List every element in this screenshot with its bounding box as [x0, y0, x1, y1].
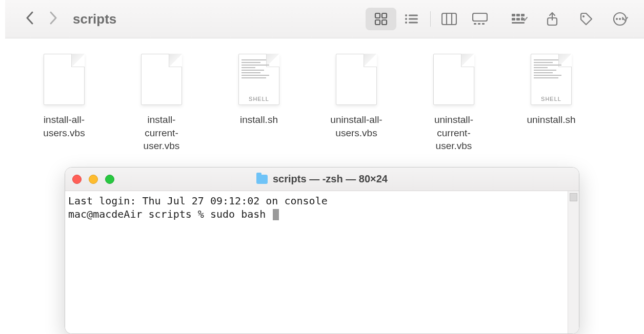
terminal-title: scripts — -zsh — 80×24	[256, 173, 388, 185]
action-menu-button[interactable]	[610, 9, 629, 29]
tags-button[interactable]	[576, 9, 596, 29]
file-icon	[44, 54, 85, 105]
column-view-button[interactable]	[434, 8, 465, 30]
chevron-down-icon	[621, 15, 629, 23]
share-button[interactable]	[542, 9, 562, 29]
svg-rect-15	[478, 23, 480, 25]
svg-point-27	[616, 18, 618, 20]
chevron-down-icon	[521, 15, 528, 23]
file-icon	[433, 54, 474, 105]
svg-rect-10	[442, 13, 456, 25]
file-item[interactable]: uninstall-current-user.vbs	[426, 54, 482, 153]
list-view-button[interactable]	[396, 8, 427, 30]
file-type-badge: SHELL	[531, 96, 572, 102]
finder-window: scripts	[5, 0, 644, 168]
svg-rect-21	[516, 18, 520, 20]
terminal-command: sudo bash	[210, 208, 272, 220]
svg-rect-0	[375, 13, 380, 18]
file-icon	[336, 54, 377, 105]
terminal-titlebar[interactable]: scripts — -zsh — 80×24	[65, 168, 579, 191]
terminal-text[interactable]: Last login: Thu Jul 27 09:12:02 on conso…	[65, 191, 568, 333]
file-label: install.sh	[240, 113, 278, 127]
file-label: install-all-users.vbs	[36, 113, 92, 139]
files-area: install-all-users.vbs install-current-us…	[5, 38, 644, 168]
window-controls	[72, 175, 114, 184]
minimize-button[interactable]	[89, 175, 98, 184]
svg-rect-9	[409, 22, 418, 24]
icon-view-button[interactable]	[366, 8, 396, 30]
svg-point-4	[405, 14, 407, 16]
divider	[430, 11, 431, 27]
terminal-scrollbar[interactable]	[568, 191, 579, 333]
gallery-view-button[interactable]	[465, 8, 495, 30]
cursor	[273, 209, 279, 220]
terminal-title-text: scripts — -zsh — 80×24	[273, 173, 388, 185]
svg-rect-5	[409, 15, 418, 16]
svg-rect-17	[512, 14, 515, 16]
svg-point-25	[582, 15, 585, 17]
folder-icon	[256, 175, 268, 184]
svg-point-8	[405, 22, 407, 24]
shell-file-icon: SHELL	[531, 54, 572, 105]
svg-rect-3	[382, 20, 387, 25]
terminal-window[interactable]: scripts — -zsh — 80×24 Last login: Thu J…	[65, 167, 579, 334]
terminal-output-line: Last login: Thu Jul 27 09:12:02 on conso…	[68, 195, 328, 207]
view-mode-group	[366, 8, 495, 30]
file-type-badge: SHELL	[238, 96, 279, 102]
finder-toolbar: scripts	[5, 0, 644, 38]
svg-rect-2	[375, 20, 380, 25]
svg-rect-7	[409, 18, 418, 20]
terminal-body[interactable]: Last login: Thu Jul 27 09:12:02 on conso…	[65, 191, 579, 333]
file-item[interactable]: SHELL uninstall.sh	[523, 54, 579, 153]
svg-point-28	[619, 18, 621, 20]
terminal-prompt: mac@macdeAir scripts %	[68, 208, 210, 220]
svg-rect-1	[382, 13, 387, 18]
close-button[interactable]	[72, 175, 82, 184]
file-label: uninstall-all-users.vbs	[328, 113, 385, 139]
file-item[interactable]: uninstall-all-users.vbs	[328, 54, 385, 153]
forward-button[interactable]	[49, 11, 57, 27]
file-label: install-current-user.vbs	[133, 113, 190, 153]
svg-rect-20	[512, 18, 515, 20]
file-icon	[141, 54, 182, 105]
svg-rect-14	[474, 23, 476, 25]
file-item[interactable]: SHELL install.sh	[231, 54, 287, 153]
group-by-button[interactable]	[510, 9, 528, 29]
svg-rect-18	[516, 14, 520, 16]
file-item[interactable]: install-all-users.vbs	[36, 54, 92, 153]
svg-rect-16	[482, 23, 485, 25]
svg-point-6	[405, 18, 407, 20]
svg-rect-13	[473, 13, 487, 21]
scrollbar-thumb[interactable]	[570, 193, 577, 201]
file-item[interactable]: install-current-user.vbs	[133, 54, 190, 153]
back-button[interactable]	[26, 11, 34, 27]
folder-title: scripts	[73, 11, 366, 27]
file-label: uninstall-current-user.vbs	[426, 113, 482, 153]
file-label: uninstall.sh	[527, 113, 575, 127]
shell-file-icon: SHELL	[238, 54, 279, 105]
zoom-button[interactable]	[105, 175, 114, 184]
